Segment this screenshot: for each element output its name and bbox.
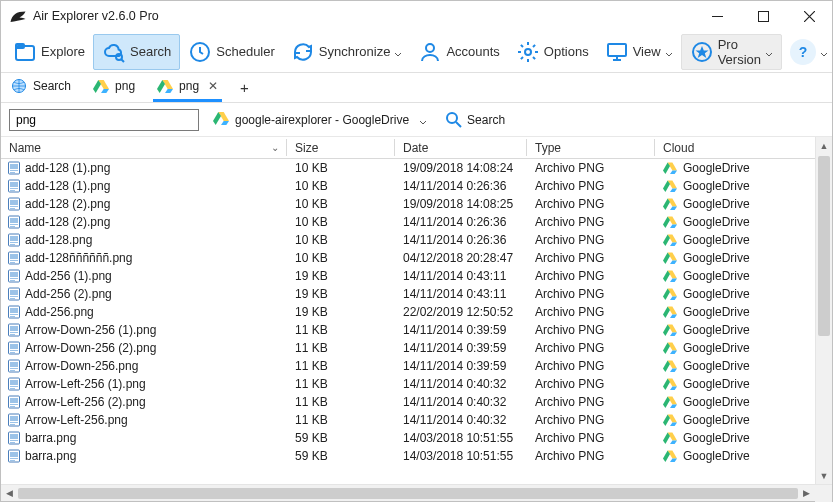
- cloud-name: GoogleDrive: [683, 341, 750, 355]
- file-size: 10 KB: [287, 197, 395, 211]
- table-row[interactable]: barra.png59 KB14/03/2018 10:51:55Archivo…: [1, 429, 815, 447]
- svg-marker-17: [165, 89, 173, 93]
- help-icon: ?: [790, 39, 816, 65]
- file-name: add-128 (1).png: [25, 179, 110, 193]
- image-file-icon: [7, 449, 21, 463]
- col-name[interactable]: Name⌄: [1, 137, 287, 158]
- col-date[interactable]: Date: [395, 137, 527, 158]
- file-size: 11 KB: [287, 359, 395, 373]
- close-button[interactable]: [786, 1, 832, 31]
- svg-rect-61: [10, 260, 18, 261]
- accounts-button[interactable]: Accounts: [410, 34, 507, 70]
- image-file-icon: [7, 377, 21, 391]
- image-file-icon: [7, 251, 21, 265]
- google-drive-icon: [663, 359, 677, 373]
- google-drive-icon: [213, 110, 229, 129]
- svg-rect-25: [10, 164, 18, 169]
- google-drive-icon: [663, 341, 677, 355]
- minimize-button[interactable]: [694, 1, 740, 31]
- horizontal-scrollbar[interactable]: ◀ ▶: [1, 484, 832, 501]
- table-row[interactable]: add-128.png10 KB14/11/2014 0:26:36Archiv…: [1, 231, 815, 249]
- location-dropdown[interactable]: google-airexplorer - GoogleDrive: [209, 108, 431, 131]
- image-file-icon: [7, 395, 21, 409]
- vertical-scrollbar[interactable]: ▲ ▼: [815, 137, 832, 484]
- file-date: 14/11/2014 0:40:32: [395, 395, 527, 409]
- file-size: 19 KB: [287, 305, 395, 319]
- table-row[interactable]: Arrow-Left-256.png11 KB14/11/2014 0:40:3…: [1, 411, 815, 429]
- maximize-button[interactable]: [740, 1, 786, 31]
- table-row[interactable]: add-128 (1).png10 KB14/11/2014 0:26:36Ar…: [1, 177, 815, 195]
- table-row[interactable]: Add-256.png19 KB22/02/2019 12:50:52Archi…: [1, 303, 815, 321]
- svg-rect-96: [10, 350, 18, 351]
- svg-rect-82: [10, 314, 18, 315]
- image-file-icon: [7, 413, 21, 427]
- svg-marker-85: [670, 315, 677, 319]
- options-button[interactable]: Options: [508, 34, 597, 70]
- scroll-up-icon[interactable]: ▲: [816, 137, 832, 154]
- table-row[interactable]: Arrow-Down-256 (1).png11 KB14/11/2014 0:…: [1, 321, 815, 339]
- sort-indicator-icon: ⌄: [271, 142, 279, 153]
- file-name: Arrow-Down-256 (2).png: [25, 341, 156, 355]
- table-row[interactable]: add-128ññññññ.png10 KB04/12/2018 20:28:4…: [1, 249, 815, 267]
- view-button[interactable]: View: [597, 34, 681, 70]
- table-row[interactable]: Arrow-Down-256 (2).png11 KB14/11/2014 0:…: [1, 339, 815, 357]
- table-row[interactable]: add-128 (2).png10 KB14/11/2014 0:26:36Ar…: [1, 213, 815, 231]
- cloud-name: GoogleDrive: [683, 233, 750, 247]
- pro-version-button[interactable]: Pro Version: [681, 34, 782, 70]
- svg-rect-40: [10, 206, 18, 207]
- svg-marker-11: [695, 46, 708, 58]
- svg-rect-95: [10, 344, 18, 349]
- file-type: Archivo PNG: [527, 251, 655, 265]
- close-icon[interactable]: ✕: [205, 79, 218, 93]
- cloud-name: GoogleDrive: [683, 359, 750, 373]
- scroll-right-icon[interactable]: ▶: [798, 485, 815, 501]
- new-tab-button[interactable]: +: [236, 79, 253, 96]
- tab-png-1[interactable]: png: [89, 73, 139, 102]
- scroll-left-icon[interactable]: ◀: [1, 485, 18, 501]
- search-input[interactable]: [9, 109, 199, 131]
- tab-png-2[interactable]: png ✕: [153, 73, 222, 102]
- scrollbar-thumb[interactable]: [818, 156, 830, 336]
- scheduler-button[interactable]: Scheduler: [180, 34, 283, 70]
- file-type: Archivo PNG: [527, 431, 655, 445]
- table-row[interactable]: add-128 (1).png10 KB19/09/2018 14:08:24A…: [1, 159, 815, 177]
- table-row[interactable]: Arrow-Down-256.png11 KB14/11/2014 0:39:5…: [1, 357, 815, 375]
- file-name: barra.png: [25, 449, 76, 463]
- svg-marker-127: [670, 423, 677, 427]
- tab-strip: Search png png ✕ +: [1, 73, 832, 103]
- svg-rect-124: [10, 422, 18, 423]
- google-drive-icon: [663, 179, 677, 193]
- cloud-name: GoogleDrive: [683, 251, 750, 265]
- search-button[interactable]: Search: [93, 34, 180, 70]
- svg-marker-113: [670, 387, 677, 391]
- svg-marker-57: [670, 243, 677, 247]
- file-name: Arrow-Left-256 (1).png: [25, 377, 146, 391]
- explore-button[interactable]: Explore: [5, 34, 93, 70]
- table-row[interactable]: Add-256 (1).png19 KB14/11/2014 0:43:11Ar…: [1, 267, 815, 285]
- help-button[interactable]: ?: [782, 34, 833, 70]
- svg-rect-47: [10, 224, 18, 225]
- table-row[interactable]: Arrow-Left-256 (1).png11 KB14/11/2014 0:…: [1, 375, 815, 393]
- table-row[interactable]: barra.png59 KB14/03/2018 10:51:55Archivo…: [1, 447, 815, 465]
- file-name: Add-256 (1).png: [25, 269, 112, 283]
- svg-rect-116: [10, 398, 18, 403]
- table-row[interactable]: Arrow-Left-256 (2).png11 KB14/11/2014 0:…: [1, 393, 815, 411]
- col-size[interactable]: Size: [287, 137, 395, 158]
- svg-rect-32: [10, 182, 18, 187]
- table-row[interactable]: add-128 (2).png10 KB19/09/2018 14:08:25A…: [1, 195, 815, 213]
- table-row[interactable]: Add-256 (2).png19 KB14/11/2014 0:43:11Ar…: [1, 285, 815, 303]
- svg-rect-118: [10, 406, 15, 407]
- cloud-name: GoogleDrive: [683, 197, 750, 211]
- file-size: 10 KB: [287, 233, 395, 247]
- cloud-name: GoogleDrive: [683, 323, 750, 337]
- synchronize-button[interactable]: Synchronize: [283, 34, 411, 70]
- col-type[interactable]: Type: [527, 137, 655, 158]
- scroll-down-icon[interactable]: ▼: [816, 467, 832, 484]
- run-search-button[interactable]: Search: [441, 107, 509, 133]
- scrollbar-thumb[interactable]: [18, 488, 798, 499]
- svg-marker-78: [670, 297, 677, 301]
- tab-search[interactable]: Search: [7, 73, 75, 102]
- col-cloud[interactable]: Cloud: [655, 137, 815, 158]
- search-cloud-icon: [102, 40, 126, 64]
- svg-rect-75: [10, 296, 18, 297]
